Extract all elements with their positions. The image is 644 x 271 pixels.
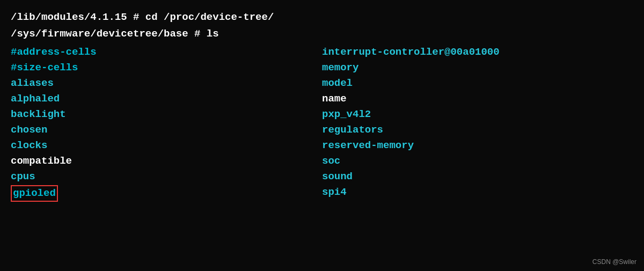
file-item-right-6: reserved-memory (322, 138, 633, 153)
file-item-left-8: cpus (11, 169, 322, 185)
file-item-right-4: pxp_v4l2 (322, 107, 633, 122)
file-item-right-2: model (322, 76, 633, 91)
prompt-line-1: /lib/modules/4.1.15 # cd /proc/device-tr… (11, 10, 633, 25)
left-column: #address-cells#size-cellsaliasesalphaled… (11, 45, 322, 202)
file-item-left-0: #address-cells (11, 45, 322, 60)
file-item-left-5: chosen (11, 122, 322, 138)
prompt-line-2: /sys/firmware/devicetree/base # ls (11, 26, 633, 42)
file-item-right-0: interrupt-controller@00a01000 (322, 45, 633, 60)
right-column: interrupt-controller@00a01000memorymodel… (322, 45, 633, 202)
file-item-left-3: alphaled (11, 91, 322, 107)
file-listing: #address-cells#size-cellsaliasesalphaled… (11, 45, 633, 202)
file-item-right-9: spi4 (322, 185, 633, 200)
file-item-left-2: aliases (11, 76, 322, 91)
file-item-left-7: compatible (11, 153, 322, 169)
terminal-window: /lib/modules/4.1.15 # cd /proc/device-tr… (0, 0, 644, 271)
file-item-right-5: regulators (322, 122, 633, 138)
file-item-left-6: clocks (11, 138, 322, 153)
file-item-right-1: memory (322, 60, 633, 76)
watermark: CSDN @Swiler (592, 258, 636, 266)
file-item-left-1: #size-cells (11, 60, 322, 76)
file-item-left-4: backlight (11, 107, 322, 122)
file-item-right-3: name (322, 91, 633, 107)
file-item-right-7: soc (322, 153, 633, 169)
file-item-left-9: gpioled (11, 185, 322, 202)
file-item-right-8: sound (322, 169, 633, 185)
